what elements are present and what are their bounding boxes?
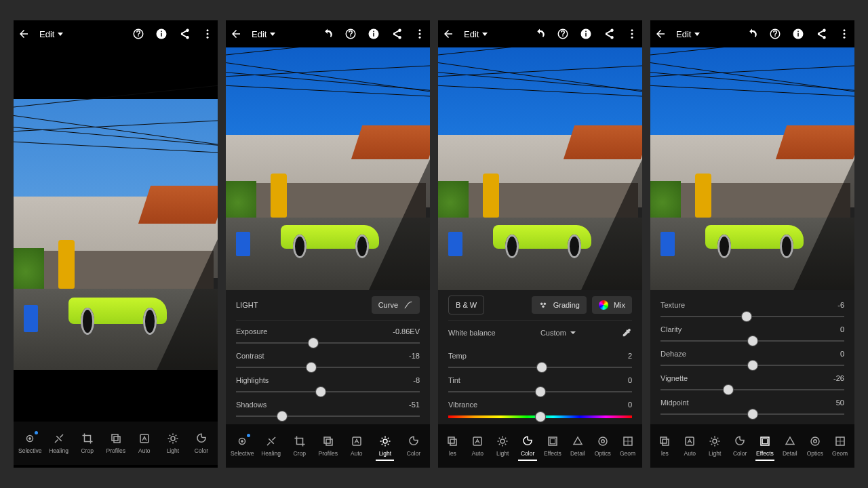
svg-point-5 [207, 37, 209, 39]
tool-crop[interactable]: Crop [76, 432, 99, 454]
tool-auto[interactable]: Auto [678, 435, 701, 457]
white-balance-row: White balance Custom [448, 321, 632, 345]
more-icon[interactable] [626, 28, 638, 40]
edit-menu[interactable]: Edit [252, 29, 275, 39]
tool-label: Geom [620, 450, 635, 457]
svg-point-19 [241, 441, 243, 443]
tool-profiles[interactable]: Profiles [104, 432, 127, 454]
back-icon[interactable] [654, 28, 667, 40]
tool-healing[interactable]: Healing [260, 435, 283, 457]
photo-preview[interactable] [438, 47, 642, 290]
svg-rect-44 [797, 31, 799, 33]
tool-optics[interactable]: Optics [591, 435, 614, 457]
tool-profiles[interactable]: les [653, 435, 676, 457]
curve-button[interactable]: Curve [372, 296, 420, 314]
tool-selective[interactable]: Selective [18, 432, 42, 454]
effects-slider-dehaze[interactable]: Dehaze0 [660, 343, 844, 367]
undo-icon[interactable] [746, 28, 758, 40]
chevron-down-icon [482, 33, 488, 36]
screen-1: Edit SelectiveHealingCropProfilesAutoLig… [14, 20, 218, 468]
tool-geom[interactable]: Geom [829, 435, 852, 457]
share-icon[interactable] [391, 28, 403, 40]
slider-knob[interactable] [536, 412, 545, 422]
tool-detail[interactable]: Detail [778, 435, 802, 457]
svg-point-27 [631, 29, 633, 31]
tool-label: Selective [18, 447, 42, 454]
effects-slider-vignette[interactable]: Vignette-26 [660, 367, 844, 392]
light-slider-highlights[interactable]: Highlights-8 [236, 369, 420, 394]
tool-light[interactable]: Light [374, 435, 397, 457]
tool-geom[interactable]: Geom [616, 435, 639, 457]
photo-preview[interactable] [650, 47, 854, 290]
effects-slider-texture[interactable]: Texture-6 [660, 294, 844, 319]
eyedropper-icon[interactable] [621, 327, 632, 338]
tool-light[interactable]: Light [491, 435, 514, 457]
tool-color[interactable]: Color [728, 435, 751, 457]
back-icon[interactable] [442, 28, 454, 40]
photo-preview[interactable] [226, 47, 430, 290]
color-slider-vibrance[interactable]: Vibrance0 [448, 394, 632, 420]
effects-slider-clarity[interactable]: Clarity0 [660, 319, 844, 343]
tool-selective[interactable]: Selective [231, 435, 254, 457]
more-icon[interactable] [414, 28, 426, 40]
tool-auto[interactable]: Auto [345, 435, 368, 457]
help-icon[interactable] [132, 28, 144, 40]
help-icon[interactable] [769, 28, 781, 40]
tool-effects[interactable]: Effects [753, 435, 776, 457]
color-panel: B & W Grading Mix White balance Custom T… [438, 290, 642, 424]
help-icon[interactable] [344, 28, 357, 40]
share-icon[interactable] [815, 28, 827, 40]
tool-detail[interactable]: Detail [566, 435, 589, 457]
light-slider-exposure[interactable]: Exposure-0.86EV [236, 321, 420, 345]
photo-preview[interactable] [14, 47, 218, 422]
slider-knob[interactable] [277, 411, 287, 421]
svg-point-28 [631, 33, 633, 35]
edit-label: Edit [252, 29, 267, 39]
tool-profiles[interactable]: les [441, 435, 464, 457]
info-icon[interactable] [155, 28, 167, 40]
light-slider-shadows[interactable]: Shadows-51 [236, 394, 420, 418]
edit-menu[interactable]: Edit [39, 29, 63, 39]
info-icon[interactable] [792, 28, 804, 40]
tool-profiles[interactable]: Profiles [317, 435, 340, 457]
tool-color[interactable]: Color [402, 435, 425, 457]
grading-button[interactable]: Grading [532, 296, 587, 314]
share-icon[interactable] [603, 28, 615, 40]
tool-healing[interactable]: Healing [47, 432, 71, 454]
tool-effects[interactable]: Effects [541, 435, 564, 457]
tool-label: Color [521, 450, 534, 457]
tool-crop[interactable]: Crop [288, 435, 311, 457]
help-icon[interactable] [557, 28, 569, 40]
tool-auto[interactable]: Auto [133, 432, 156, 454]
undo-icon[interactable] [534, 28, 546, 40]
tool-color[interactable]: Color [190, 432, 213, 454]
light-slider-contrast[interactable]: Contrast-18 [236, 345, 420, 369]
edit-menu[interactable]: Edit [464, 29, 488, 39]
edit-menu[interactable]: Edit [676, 29, 700, 39]
tool-light[interactable]: Light [703, 435, 726, 457]
info-icon[interactable] [368, 28, 380, 40]
tool-light[interactable]: Light [161, 432, 184, 454]
effects-slider-midpoint[interactable]: Midpoint50 [660, 392, 844, 416]
info-icon[interactable] [580, 28, 592, 40]
more-icon[interactable] [201, 28, 214, 40]
bw-button[interactable]: B & W [448, 296, 484, 314]
tool-label: Profiles [319, 450, 338, 457]
color-slider-tint[interactable]: Tint0 [448, 369, 632, 394]
back-icon[interactable] [230, 28, 242, 40]
tool-color[interactable]: Color [516, 435, 539, 457]
color-slider-temp[interactable]: Temp2 [448, 345, 632, 369]
tool-optics[interactable]: Optics [804, 435, 827, 457]
slider-knob[interactable] [748, 409, 757, 419]
share-icon[interactable] [178, 28, 191, 40]
svg-point-11 [171, 436, 175, 441]
undo-icon[interactable] [321, 28, 334, 40]
chevron-down-icon [694, 33, 700, 36]
wb-select[interactable]: Custom [540, 329, 576, 337]
panel-title: LIGHT [236, 301, 258, 309]
more-icon[interactable] [838, 28, 850, 40]
mix-button[interactable]: Mix [592, 296, 632, 314]
bottom-tools: lesAutoLightColorEffectsDetailOpticsGeom [438, 424, 642, 468]
tool-auto[interactable]: Auto [466, 435, 489, 457]
back-icon[interactable] [18, 28, 30, 40]
